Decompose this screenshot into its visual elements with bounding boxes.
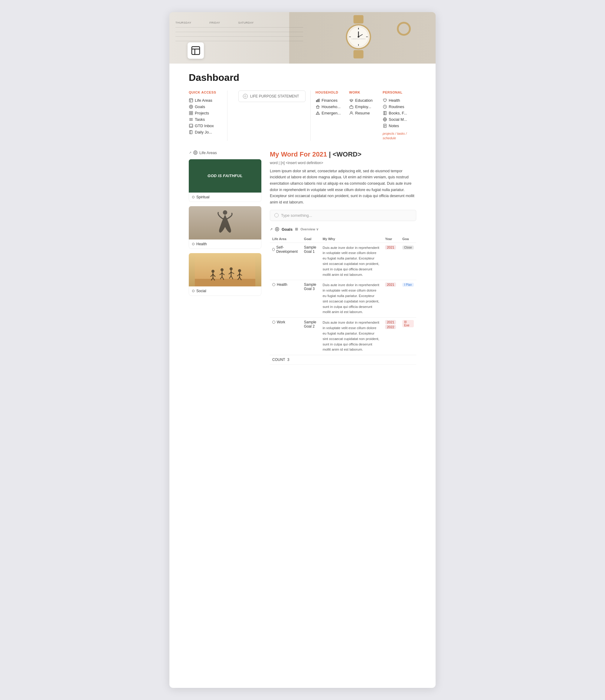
- health-card[interactable]: Health: [189, 206, 261, 249]
- nav-daily[interactable]: Daily Jo...: [189, 129, 222, 135]
- expand-icon[interactable]: ↗: [189, 151, 191, 155]
- notes-label: Notes: [389, 124, 399, 128]
- nav-resume[interactable]: Resume: [349, 110, 383, 116]
- social-label: Social: [189, 286, 261, 296]
- cell-status: III Exe: [400, 318, 416, 355]
- hero-calendar: Thursday Friday Saturday: [176, 21, 303, 45]
- cell-status: I Plan: [400, 280, 416, 318]
- spiritual-dot: [192, 196, 194, 198]
- cell-why: Duis aute irure dolor in reprehenderit i…: [320, 318, 383, 355]
- svg-rect-57: [195, 279, 255, 286]
- list-icon: [189, 118, 193, 122]
- cell-year: 20212022: [383, 318, 400, 355]
- nav-goals[interactable]: Goals: [189, 103, 222, 110]
- svg-rect-17: [189, 99, 192, 102]
- area-name: Work: [277, 320, 285, 324]
- cal-day-thu: Thursday: [176, 21, 191, 24]
- nav-emergency[interactable]: Emergen...: [316, 110, 349, 116]
- col-goa: Goa: [400, 235, 416, 243]
- health-dot: [192, 243, 194, 245]
- household-title: HOUSEHOLD: [316, 91, 349, 94]
- nav-divider-2: [310, 91, 311, 141]
- spiritual-image: GOD IS FAITHFUL: [189, 159, 261, 193]
- svg-rect-24: [191, 111, 193, 113]
- emergency-label: Emergen...: [321, 111, 341, 115]
- home-icon: [316, 105, 320, 109]
- nav-projects[interactable]: Projects: [189, 110, 222, 116]
- page-icon: [188, 42, 204, 59]
- word-title-accent: My Word For 2021: [270, 150, 327, 158]
- count-value: 3: [287, 357, 289, 362]
- nav-bar: QUICK ACCESS Life Areas Goals: [189, 91, 416, 141]
- cell-goal[interactable]: Sample Goal 1: [301, 243, 320, 280]
- svg-point-70: [230, 267, 233, 270]
- svg-point-11: [358, 36, 359, 38]
- nav-life-areas-label: Life Areas: [195, 98, 212, 103]
- cell-goal[interactable]: Sample Goal 3: [301, 280, 320, 318]
- nav-employment[interactable]: Employ...: [349, 103, 383, 110]
- nav-finances[interactable]: Finances: [316, 97, 349, 103]
- word-input[interactable]: Type something...: [270, 210, 416, 221]
- social-label: Social M...: [389, 117, 407, 122]
- nav-household[interactable]: Househo...: [316, 103, 349, 110]
- page-title: Dashboard: [189, 72, 416, 83]
- cell-status: Close: [400, 243, 416, 280]
- hero-ring: [396, 21, 412, 38]
- svg-point-13: [398, 23, 410, 35]
- social-image: [189, 253, 261, 286]
- spiritual-card[interactable]: GOD IS FAITHFUL Spiritual: [189, 159, 261, 202]
- svg-point-38: [317, 114, 318, 114]
- goals-count-row: COUNT 3: [270, 355, 416, 365]
- health-text: Health: [196, 242, 207, 246]
- cell-life-area: Work: [270, 318, 301, 355]
- inbox-icon: [189, 124, 193, 128]
- main-content: Dashboard QUICK ACCESS Life Areas Goals: [169, 64, 436, 383]
- purpose-icon: ⊙: [243, 94, 248, 99]
- cell-year: 2021: [383, 243, 400, 280]
- year-badge: 2022: [385, 325, 396, 329]
- svg-rect-31: [189, 130, 192, 134]
- life-areas-icon: [193, 150, 198, 155]
- nav-tasks[interactable]: Tasks: [189, 116, 222, 123]
- nav-books[interactable]: Books, F...: [383, 110, 416, 116]
- year-badge: 2021: [385, 282, 396, 287]
- svg-rect-23: [189, 111, 190, 113]
- goals-overview-badge[interactable]: Overview ∨: [300, 227, 318, 231]
- health-image: [189, 206, 261, 240]
- nav-notes[interactable]: Notes: [383, 123, 416, 129]
- goals-table-icon: ⊞: [295, 227, 298, 231]
- purpose-label: LIFE PURPOSE STATEMENT: [250, 94, 299, 98]
- social-card[interactable]: Social: [189, 253, 261, 296]
- nav-routines[interactable]: Routines: [383, 103, 416, 110]
- nav-education[interactable]: Education: [349, 97, 383, 103]
- nav-tasks-label: Tasks: [195, 117, 205, 122]
- svg-point-58: [211, 270, 214, 273]
- nav-life-areas[interactable]: Life Areas: [189, 97, 222, 103]
- nav-divider-1: [227, 91, 228, 141]
- area-name: Health: [277, 282, 287, 287]
- goals-expand-icon[interactable]: ↗: [270, 227, 272, 231]
- quick-access-nav: QUICK ACCESS Life Areas Goals: [189, 91, 222, 135]
- nav-social[interactable]: Social M...: [383, 116, 416, 123]
- svg-rect-0: [353, 15, 364, 24]
- purpose-box[interactable]: ⊙ LIFE PURPOSE STATEMENT: [238, 91, 306, 102]
- life-areas-title: Life Areas: [199, 150, 217, 155]
- cell-life-area: Self-Development: [270, 243, 301, 280]
- cell-goal[interactable]: Sample Goal 2: [301, 318, 320, 355]
- notes-icon: [383, 124, 387, 128]
- svg-rect-39: [349, 106, 353, 108]
- svg-point-64: [220, 268, 223, 271]
- books-icon: [383, 111, 387, 115]
- year-badge: 2021: [385, 320, 396, 324]
- table-row: Self-DevelopmentSample Goal 1Duis aute i…: [270, 243, 416, 280]
- clock-icon: [383, 105, 387, 109]
- work-title: WORK: [349, 91, 383, 94]
- target-icon: [189, 105, 193, 109]
- personal-links[interactable]: projects / tasks / schedule: [383, 131, 416, 141]
- health-label: Health: [189, 240, 261, 249]
- nav-gtd[interactable]: GTD Inbox: [189, 123, 222, 129]
- globe-icon: [383, 118, 387, 122]
- svg-point-76: [238, 269, 241, 272]
- nav-health[interactable]: Health: [383, 97, 416, 103]
- goals-label: Goals: [282, 227, 292, 232]
